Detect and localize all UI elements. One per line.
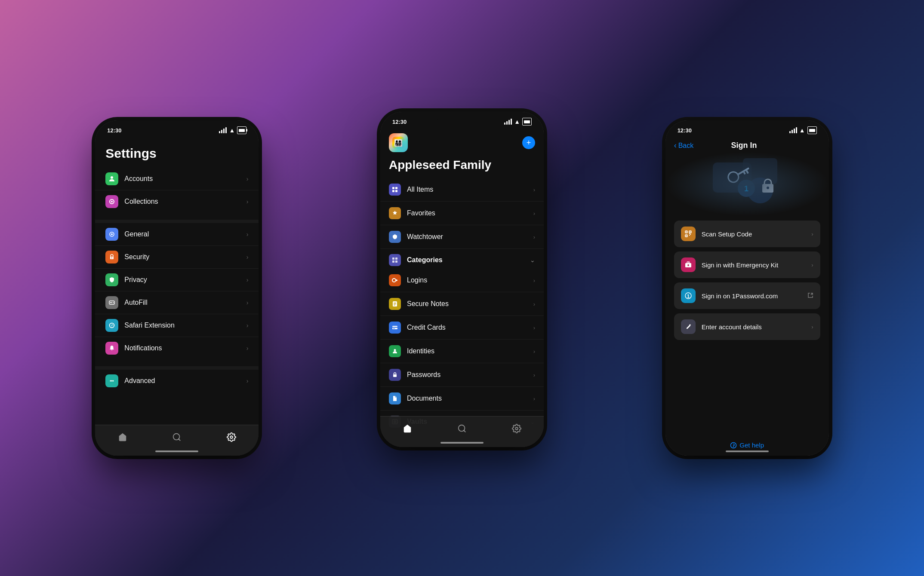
tab-settings-2[interactable]: [512, 424, 521, 433]
advanced-label: Advanced: [124, 377, 246, 385]
svg-rect-28: [394, 303, 396, 303]
signin-screen: 12:30 ▲ ‹ Back Sign In: [665, 120, 829, 456]
collections-icon: [105, 195, 118, 208]
identities-icon: [389, 345, 401, 357]
svg-rect-55: [686, 232, 687, 233]
home-indicator-2: [440, 442, 484, 444]
svg-rect-18: [392, 187, 394, 189]
settings-item-advanced[interactable]: Advanced ›: [95, 370, 259, 392]
privacy-label: Privacy: [124, 276, 246, 284]
signin-option-scan[interactable]: Scan Setup Code ›: [674, 221, 820, 247]
accounts-label: Accounts: [124, 175, 246, 183]
categories-chevron: ⌄: [530, 257, 535, 263]
details-chevron: ›: [811, 324, 813, 330]
home-indicator-3: [726, 450, 769, 452]
autofill-icon: [105, 296, 118, 309]
categories-label: Categories: [407, 256, 530, 264]
accounts-chevron: ›: [246, 175, 249, 182]
svg-rect-21: [395, 190, 397, 192]
list-item-logins[interactable]: Logins ›: [380, 269, 544, 292]
tab-search[interactable]: [172, 432, 182, 442]
tab-home[interactable]: [118, 432, 127, 442]
settings-item-general[interactable]: General ›: [95, 223, 259, 246]
settings-item-collections[interactable]: Collections ›: [95, 190, 259, 213]
signin-option-web[interactable]: 1 Sign in on 1Password.com: [674, 282, 820, 309]
safari-label: Safari Extension: [124, 322, 246, 329]
svg-rect-35: [393, 374, 397, 377]
general-label: General: [124, 230, 246, 238]
list-item-secure-notes[interactable]: Secure Notes ›: [380, 292, 544, 316]
svg-rect-8: [110, 302, 112, 303]
web-label: Sign in on 1Password.com: [702, 292, 807, 300]
list-item-favorites[interactable]: Favorites ›: [380, 202, 544, 225]
signin-illustration: 1: [665, 152, 829, 216]
signin-page-title: Sign In: [731, 141, 757, 150]
documents-chevron: ›: [533, 395, 535, 402]
favorites-icon: [389, 207, 401, 219]
list-item-watchtower[interactable]: Watchtower ›: [380, 225, 544, 249]
general-chevron: ›: [246, 231, 249, 238]
svg-rect-23: [395, 257, 397, 260]
svg-point-34: [394, 349, 396, 351]
home-indicator: [155, 450, 198, 452]
back-button[interactable]: ‹ Back: [674, 141, 694, 150]
family-title: Appleseed Family: [380, 158, 544, 178]
separator-2: [95, 366, 259, 370]
privacy-chevron: ›: [246, 276, 249, 283]
signin-option-details[interactable]: Enter account details ›: [674, 313, 820, 340]
settings-item-security[interactable]: Security ›: [95, 246, 259, 269]
get-help-link[interactable]: Get help: [665, 435, 829, 456]
svg-rect-57: [686, 236, 687, 236]
wifi-icon-3: ▲: [799, 127, 805, 134]
battery-icon-3: [807, 126, 817, 134]
watchtower-chevron: ›: [533, 234, 535, 240]
svg-rect-33: [393, 328, 395, 329]
settings-item-autofill[interactable]: AutoFill ›: [95, 291, 259, 314]
svg-rect-24: [392, 260, 394, 263]
svg-point-39: [459, 425, 465, 431]
list-item-documents[interactable]: Documents ›: [380, 387, 544, 411]
family-list: All Items › Favorites ›: [380, 178, 544, 447]
get-help-label: Get help: [739, 441, 764, 449]
autofill-chevron: ›: [246, 299, 249, 306]
list-item-identities[interactable]: Identities ›: [380, 340, 544, 363]
back-chevron: ‹: [674, 141, 677, 150]
settings-item-safari[interactable]: Safari Extension ›: [95, 314, 259, 337]
signin-option-emergency[interactable]: Sign in with Emergency Kit ›: [674, 251, 820, 278]
documents-icon: [389, 392, 401, 404]
tab-settings[interactable]: [227, 432, 236, 442]
help-icon: [730, 442, 737, 449]
tab-search-2[interactable]: [457, 424, 467, 433]
status-icons: ▲: [219, 126, 246, 134]
svg-rect-29: [394, 304, 396, 304]
settings-item-notifications[interactable]: Notifications ›: [95, 337, 259, 359]
svg-rect-30: [394, 305, 395, 305]
status-time-3: 12:30: [678, 127, 692, 134]
settings-group-accounts: Accounts › Collections ›: [95, 168, 259, 213]
settings-item-privacy[interactable]: Privacy ›: [95, 269, 259, 291]
svg-point-12: [111, 380, 113, 382]
credit-cards-chevron: ›: [533, 325, 535, 331]
settings-group-advanced: Advanced ›: [95, 370, 259, 392]
illus-background: [665, 152, 829, 216]
settings-item-accounts[interactable]: Accounts ›: [95, 168, 259, 190]
svg-point-14: [173, 433, 180, 440]
back-label: Back: [678, 142, 694, 150]
add-button[interactable]: +: [522, 136, 535, 149]
tab-home-2[interactable]: [403, 424, 412, 433]
identities-label: Identities: [407, 347, 533, 355]
safari-icon: [105, 319, 118, 332]
svg-rect-59: [687, 264, 689, 266]
svg-point-6: [111, 257, 112, 258]
svg-rect-9: [113, 302, 114, 303]
categories-section-header[interactable]: Categories ⌄: [380, 249, 544, 269]
notifications-chevron: ›: [246, 345, 249, 352]
list-item-credit-cards[interactable]: Credit Cards ›: [380, 316, 544, 340]
notch-3: [721, 120, 773, 132]
list-item-passwords[interactable]: Passwords ›: [380, 363, 544, 387]
list-item-all-items[interactable]: All Items ›: [380, 178, 544, 202]
advanced-chevron: ›: [246, 377, 249, 384]
security-label: Security: [124, 253, 246, 261]
signal-icon: [219, 127, 227, 133]
wifi-icon-2: ▲: [514, 118, 520, 125]
